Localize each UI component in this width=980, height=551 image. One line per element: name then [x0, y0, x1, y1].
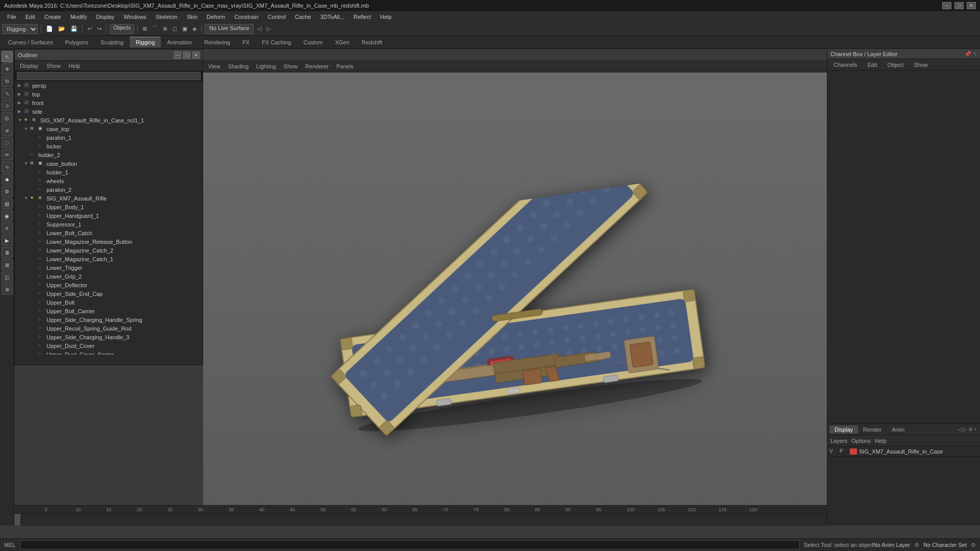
vp-menu-view[interactable]: View [205, 62, 224, 70]
help-menu[interactable]: Help [875, 438, 887, 444]
layers-menu[interactable]: Layers [830, 438, 847, 444]
bottom-icon1[interactable]: ≣ [2, 247, 13, 258]
layer-playback-p[interactable]: P [840, 448, 848, 454]
outliner-item-grip2[interactable]: ○ Lower_Grip_2 [15, 272, 203, 281]
bottom-icon2[interactable]: ⊞ [2, 259, 13, 270]
outliner-item-bolt-carrier[interactable]: ○ Upper_Bolt_Carrier [15, 307, 203, 315]
show-manip-icon[interactable]: ⌀ [2, 124, 13, 136]
snap-point-icon[interactable]: ⊕ [161, 25, 169, 33]
snap-live-icon[interactable]: ◈ [191, 25, 198, 33]
paint-icon[interactable]: ✏ [2, 149, 13, 160]
blend-icon[interactable]: ▤ [2, 198, 13, 209]
menu-file[interactable]: File [3, 13, 20, 21]
outliner-item-dust-cover-spring[interactable]: ○ Upper_Dust_Cover_Spring [15, 350, 203, 355]
close-button[interactable]: ✕ [967, 2, 976, 9]
menu-constrain[interactable]: Constrain [230, 13, 262, 21]
outliner-item-charging-handle3[interactable]: ○ Upper_Side_Charging_Handle_3 [15, 333, 203, 341]
tab-rigging[interactable]: Rigging [130, 37, 161, 47]
outliner-item-persp[interactable]: ▶ 🎥 persp [15, 81, 203, 90]
outliner-item-mag-release[interactable]: ○ Lower_Magazine_Release_Button [15, 237, 203, 246]
outliner-close[interactable]: ✕ [192, 52, 200, 59]
channel-box-pin-icon[interactable]: 📌 [965, 51, 971, 57]
live-left-icon[interactable]: ◁ [256, 25, 263, 33]
outliner-item-holder2[interactable]: ○ holder_2 [15, 151, 203, 159]
joint-icon[interactable]: ◆ [2, 173, 13, 185]
outliner-maximize[interactable]: □ [183, 52, 190, 59]
ik-icon[interactable]: ⚙ [2, 186, 13, 197]
live-right-icon[interactable]: ▷ [265, 25, 272, 33]
save-scene-icon[interactable]: 💾 [69, 25, 79, 33]
menu-reflect[interactable]: Reflect [350, 13, 375, 21]
tab-custom[interactable]: Custom [298, 37, 329, 47]
vp-menu-shading[interactable]: Shading [225, 62, 252, 70]
objects-label[interactable]: Objects [110, 24, 134, 34]
soft-mod-icon[interactable]: ◎ [2, 112, 13, 123]
menu-control[interactable]: Control [263, 13, 289, 21]
menu-help[interactable]: Help [376, 13, 396, 21]
outliner-item-wheels[interactable]: ○ wheels [15, 177, 203, 185]
outliner-menu-show[interactable]: Show [43, 62, 64, 70]
menu-3dtoall[interactable]: 3DToAll... [316, 13, 348, 21]
redo-icon[interactable]: ↪ [95, 25, 103, 33]
outliner-item-side[interactable]: ▶ 🎥 side [15, 107, 203, 116]
layer-tab-display[interactable]: Display [829, 425, 858, 434]
options-menu[interactable]: Options [851, 438, 871, 444]
outliner-item-end-cap[interactable]: ○ Upper_Side_End_Cap [15, 289, 203, 298]
outliner-search-input[interactable] [17, 72, 201, 80]
layer-tab-render[interactable]: Render [858, 425, 887, 434]
menu-cache[interactable]: Cache [291, 13, 315, 21]
outliner-minimize[interactable]: ─ [174, 52, 181, 59]
cluster-icon[interactable]: ◉ [2, 210, 13, 221]
outliner-item-dust-cover[interactable]: ○ Upper_Dust_Cover [15, 341, 203, 350]
outliner-item-recoil-rod[interactable]: ○ Upper_Recoil_Spring_Guide_Rod [15, 324, 203, 333]
render-icon[interactable]: ▶ [2, 235, 13, 246]
outliner-item-paralon2[interactable]: ○ paralon_2 [15, 185, 203, 194]
vp-menu-panels[interactable]: Panels [333, 62, 357, 70]
outliner-item-holder1[interactable]: ○ holder_1 [15, 168, 203, 177]
outliner-item-case-button[interactable]: ▼ ⊞ ▣ case_button [15, 159, 203, 168]
layer-collapse-right-icon[interactable]: ▷ [963, 427, 967, 432]
maximize-button[interactable]: □ [954, 2, 964, 9]
tab-rendering[interactable]: Rendering [198, 37, 236, 47]
curve-icon[interactable]: ∿ [2, 161, 13, 172]
vp-menu-renderer[interactable]: Renderer [302, 62, 332, 70]
snap-bottom-icon[interactable]: ⊛ [2, 284, 13, 295]
undo-icon[interactable]: ↩ [86, 25, 93, 33]
menu-skin[interactable]: Skin [183, 13, 202, 21]
tab-animation[interactable]: Animation [161, 37, 198, 47]
outliner-item-mag-catch1[interactable]: ○ Lower_Magazine_Catch_1 [15, 255, 203, 263]
outliner-item-charging-spring[interactable]: ○ Upper_Side_Charging_Handle_Spring [15, 315, 203, 324]
mode-dropdown[interactable]: Rigging [2, 24, 38, 34]
outliner-item-upper-body1[interactable]: ○ Upper_Body_1 [15, 203, 203, 211]
menu-display[interactable]: Display [92, 13, 118, 21]
snap-curve-icon[interactable]: ⌒ [151, 24, 159, 33]
outliner-item-mag-catch2[interactable]: ○ Lower_Magazine_Catch_2 [15, 246, 203, 255]
select-tool-icon[interactable]: ↖ [2, 51, 13, 62]
tab-xgen[interactable]: XGen [329, 37, 355, 47]
outliner-item-rifle-group[interactable]: ▼ ★ ⊞ SIG_XM7_Assault_Rifle [15, 194, 203, 203]
rotate-tool-icon[interactable]: ↻ [2, 76, 13, 87]
new-scene-icon[interactable]: 📄 [44, 25, 55, 33]
cb-tab-channels[interactable]: Channels [829, 61, 861, 69]
main-viewport[interactable]: View Shading Lighting Show Renderer Pane… [203, 60, 827, 525]
menu-skeleton[interactable]: Skeleton [152, 13, 182, 21]
menu-edit[interactable]: Edit [21, 13, 39, 21]
bottom-icon3[interactable]: ◫ [2, 271, 13, 283]
menu-create[interactable]: Create [40, 13, 65, 21]
layer-add-icon[interactable]: + [974, 427, 977, 432]
outliner-item-locker[interactable]: ○ locker [15, 142, 203, 151]
cb-tab-object[interactable]: Object [883, 61, 908, 69]
outliner-item-lower-bolt-catch[interactable]: ○ Lower_Bolt_Catch [15, 229, 203, 237]
outliner-menu-help[interactable]: Help [66, 62, 84, 70]
move-tool-icon[interactable]: ✛ [2, 63, 13, 74]
snap-surface-icon[interactable]: ◻ [171, 25, 179, 33]
open-scene-icon[interactable]: 📂 [57, 25, 67, 33]
menu-windows[interactable]: Windows [119, 13, 151, 21]
outliner-item-paralon1[interactable]: ○ paralon_1 [15, 133, 203, 142]
transform-tool-icon[interactable]: ⊹ [2, 100, 13, 111]
outliner-item-sig-group[interactable]: ▼ ★ ⊞ SIG_XM7_Assault_Rifle_in_Case_ncl1… [15, 116, 203, 124]
tab-curves-surfaces[interactable]: Curves / Surfaces [2, 37, 59, 47]
snap-view-icon[interactable]: ▣ [181, 25, 189, 33]
lasso-icon[interactable]: ◌ [2, 137, 13, 148]
outliner-menu-display[interactable]: Display [17, 62, 41, 70]
